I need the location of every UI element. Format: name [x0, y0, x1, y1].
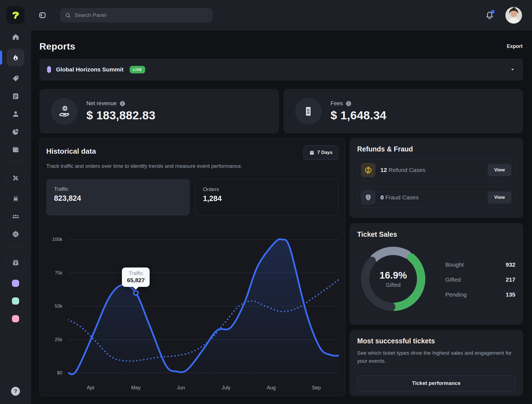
net-revenue-value: $ 183,882.83 [86, 109, 155, 122]
tag-icon [12, 75, 19, 82]
notifications-button[interactable] [485, 11, 494, 20]
x-tick-label: Apr [78, 385, 103, 391]
sidebar-item-team[interactable] [7, 210, 24, 222]
stats-row: Net revenue $ 183,882.83 [39, 89, 523, 133]
orders-label: Orders [203, 186, 331, 192]
sidebar-item-event-teal[interactable] [7, 295, 24, 307]
sidebar-toggle-button[interactable] [38, 11, 47, 19]
fees-label: Fees [331, 100, 343, 107]
sidebar-nav [0, 31, 31, 325]
panel-toggle-icon [39, 11, 46, 19]
app-logo[interactable] [6, 6, 25, 24]
chevron-down-icon [510, 67, 515, 72]
sidebar-item-event-pink[interactable] [7, 313, 24, 325]
x-tick-label: Sep [304, 385, 329, 391]
live-status-badge: LIVE [130, 66, 145, 73]
sidebar-item-design-tools[interactable] [7, 169, 24, 187]
main-grid: Historical data 7 Days [39, 138, 523, 396]
y-tick-label: $0 [46, 370, 62, 376]
event-selector[interactable]: Global Horizons Summit LIVE [39, 58, 523, 81]
fraud-cases-row[interactable]: 0Fraud Cases View [357, 187, 515, 208]
historical-title: Historical data [46, 147, 96, 156]
user-avatar[interactable] [505, 7, 522, 24]
gifted-caption: Gifted [386, 282, 400, 288]
fees-body: Fees $ 1,648.34 [331, 100, 387, 122]
sidebar-item-cauldron[interactable] [7, 193, 24, 204]
sidebar-item-reports-active[interactable] [7, 49, 24, 66]
chart-tooltip: Traffic 65,827 [122, 267, 150, 287]
y-tick-label: 100k [46, 237, 62, 242]
view-refunds-button[interactable]: View [488, 164, 511, 176]
y-tick-label: 50k [46, 303, 62, 309]
reports-dashboard: ? [0, 0, 532, 404]
net-revenue-card: Net revenue $ 183,882.83 [39, 89, 279, 133]
view-fraud-button[interactable]: View [488, 191, 511, 204]
date-range-button[interactable]: 7 Days [303, 145, 338, 160]
sidebar-divider [9, 246, 22, 247]
logo-icon [10, 10, 21, 21]
y-tick-label: 25k [46, 337, 62, 343]
chart-plot-area[interactable] [68, 235, 339, 375]
fraud-count: 0 [380, 194, 384, 200]
event-color-dot [47, 66, 51, 73]
purple-event-dot [12, 280, 19, 287]
sidebar-item-tags[interactable] [7, 73, 24, 84]
orders-metric-box[interactable]: Orders 1,284 [195, 179, 339, 215]
traffic-value: 823,824 [54, 194, 182, 203]
sidebar: ? [0, 0, 31, 404]
refunds-fraud-card: Refunds & Fraud 12Refund Cases [349, 138, 523, 218]
sidebar-item-create-event[interactable] [7, 254, 24, 271]
flame-icon [12, 54, 19, 61]
page-header: Reports Export [39, 41, 523, 52]
question-mark-icon: ? [14, 388, 17, 394]
export-button[interactable]: Export [506, 41, 523, 52]
refund-count: 12 [380, 167, 387, 173]
design-tools-icon [12, 174, 19, 182]
sidebar-item-orders[interactable] [7, 90, 24, 102]
legend-row-gifted: Gifted 217 [445, 276, 515, 283]
wallet-icon [12, 146, 19, 153]
ticket-performance-button[interactable]: Ticket performance [357, 375, 515, 392]
gifted-label: Gifted [445, 276, 461, 283]
sidebar-item-home[interactable] [7, 31, 24, 43]
refund-label: Refund Cases [388, 167, 425, 173]
traffic-metric-box[interactable]: Traffic 823,824 [46, 179, 190, 215]
teal-event-dot [12, 297, 19, 305]
ticket-sales-card: Ticket Sales 16.9% Gifted Bought [349, 223, 523, 325]
tooltip-value: 65,827 [127, 277, 145, 284]
sidebar-divider [9, 162, 22, 162]
sidebar-item-event-purple[interactable] [7, 277, 24, 289]
ticket-sales-legend: Bought 932 Gifted 217 Pending 135 [445, 261, 515, 298]
x-tick-label: May [123, 385, 148, 391]
search-box[interactable] [60, 8, 213, 22]
help-button[interactable]: ? [11, 387, 20, 396]
info-icon[interactable] [119, 101, 126, 107]
gifted-percentage: 16.9% [379, 270, 407, 281]
metric-toggle-row: Traffic 823,824 Orders 1,284 [46, 179, 338, 215]
sidebar-item-analytics[interactable] [7, 126, 24, 137]
pending-value: 135 [506, 291, 515, 298]
tooltip-series-label: Traffic [127, 270, 145, 276]
refund-cases-row[interactable]: 12Refund Cases View [357, 159, 515, 181]
search-icon [65, 12, 71, 19]
historical-data-card: Historical data 7 Days [39, 138, 345, 396]
info-icon[interactable] [346, 101, 352, 107]
sidebar-item-discounts[interactable] [7, 228, 24, 240]
x-tick-label: Aug [259, 385, 284, 391]
net-revenue-body: Net revenue $ 183,882.83 [86, 100, 155, 122]
most-successful-title: Most successful tickets [357, 337, 515, 345]
pie-chart-icon [12, 128, 19, 135]
fraud-cases-text: 0Fraud Cases [380, 194, 419, 201]
avatar-photo [505, 7, 522, 24]
fees-value: $ 1,648.34 [331, 109, 387, 122]
sidebar-item-payments[interactable] [7, 143, 24, 155]
cauldron-icon [12, 195, 19, 202]
pending-label: Pending [445, 291, 467, 298]
gifted-value: 217 [506, 276, 515, 283]
bought-label: Bought [445, 261, 464, 268]
ticket-sales-title: Ticket Sales [357, 230, 515, 238]
search-input[interactable] [75, 12, 208, 18]
calendar-plus-icon [12, 259, 19, 266]
sidebar-item-attendees[interactable] [7, 108, 24, 120]
person-icon [12, 110, 19, 118]
